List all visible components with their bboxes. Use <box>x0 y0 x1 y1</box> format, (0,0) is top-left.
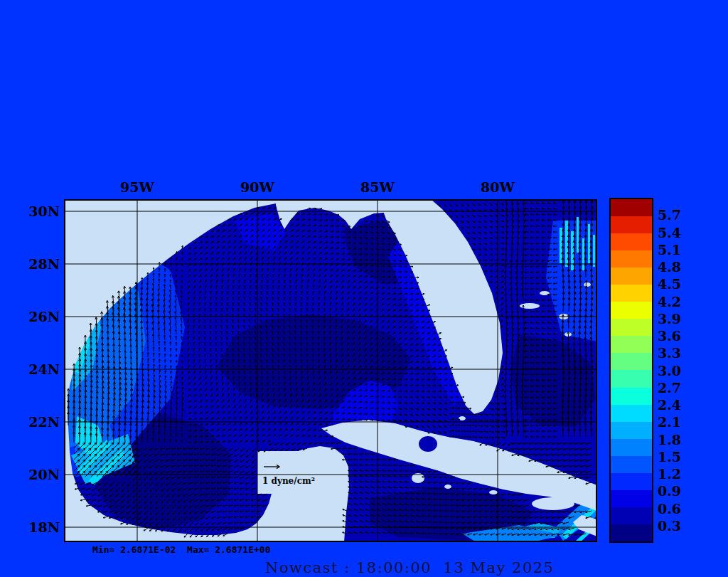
colorbar-segment <box>611 285 652 302</box>
island <box>489 490 498 494</box>
colorbar-tick-label: 1.5 <box>658 449 681 465</box>
nowcast-map-figure: 95W90W85W80W 30N28N26N24N22N20N18N 1 dyn… <box>0 0 728 577</box>
colorbar-segment <box>611 353 652 370</box>
y-tick-label: 24N <box>23 361 60 377</box>
colorbar-segment <box>611 370 652 387</box>
colorbar-segment <box>611 524 652 541</box>
map-plot-area: 1 dyne/cm² <box>64 199 597 542</box>
y-tick-label: 30N <box>23 203 60 219</box>
colorbar <box>609 198 653 543</box>
colorbar-segment <box>611 250 652 268</box>
plot-title: Nowcast : 18:00:00 13 May 2025 <box>265 559 554 576</box>
y-tick-label: 20N <box>23 467 60 482</box>
colorbar-segment <box>611 268 652 285</box>
x-tick-label: 90W <box>240 179 274 195</box>
colorbar-tick-label: 4.2 <box>658 294 681 309</box>
stress-shade-streak <box>565 221 568 267</box>
island <box>444 485 451 489</box>
vector-key-label: 1 dyne/cm² <box>262 476 315 486</box>
colorbar-tick-label: 3.0 <box>658 363 681 379</box>
minmax-stats: Min= 2.6871E-02 Max= 2.6871E+00 <box>92 544 270 555</box>
colorbar-tick-label: 0.9 <box>658 483 681 499</box>
colorbar-segment <box>611 302 652 319</box>
stress-shade-streak <box>593 235 595 267</box>
colorbar-tick-label: 2.7 <box>658 380 681 396</box>
colorbar-tick-label: 5.1 <box>658 242 681 258</box>
island <box>532 497 574 510</box>
colorbar-segment <box>611 319 652 336</box>
colorbar-segment <box>611 507 652 524</box>
x-tick-label: 80W <box>481 179 515 195</box>
colorbar-segment <box>611 336 652 353</box>
y-tick-label: 22N <box>23 414 60 430</box>
colorbar-segment <box>611 405 652 422</box>
colorbar-tick-label: 1.8 <box>658 432 681 448</box>
colorbar-segment <box>611 388 652 405</box>
colorbar-tick-label: 3.6 <box>658 328 681 344</box>
stress-shade-streak <box>577 217 579 253</box>
land-mass <box>257 451 326 494</box>
colorbar-tick-label: 4.5 <box>658 276 681 292</box>
stress-shade-streak <box>560 228 562 263</box>
stress-shade-streak <box>582 238 584 270</box>
x-tick-label: 85W <box>360 179 395 195</box>
x-tick-label: 95W <box>120 179 154 195</box>
colorbar-tick-label: 0.6 <box>658 501 681 517</box>
colorbar-tick-label: 3.3 <box>658 345 681 361</box>
colorbar-tick-label: 1.2 <box>658 466 681 482</box>
colorbar-segment <box>611 456 652 473</box>
vector-field-map: 1 dyne/cm² <box>64 199 597 542</box>
colorbar-tick-label: 5.4 <box>658 225 681 240</box>
colorbar-tick-label: 2.4 <box>658 397 681 413</box>
colorbar-segment <box>611 473 652 490</box>
colorbar-segment <box>611 439 652 456</box>
y-tick-label: 26N <box>23 309 60 324</box>
colorbar-segment <box>611 233 652 250</box>
y-tick-label: 18N <box>23 519 60 535</box>
colorbar-segment <box>611 422 652 439</box>
colorbar-segment <box>611 490 652 507</box>
colorbar-tick-label: 4.8 <box>658 259 681 275</box>
y-tick-label: 28N <box>23 256 60 272</box>
colorbar-segment <box>611 199 652 216</box>
colorbar-segment <box>611 216 652 233</box>
colorbar-tick-label: 0.3 <box>658 518 681 534</box>
stress-shade-streak <box>588 224 590 263</box>
island <box>584 282 591 287</box>
colorbar-tick-label: 5.7 <box>658 207 681 223</box>
coastal-bay <box>419 436 437 452</box>
colorbar-tick-label: 3.9 <box>658 311 681 327</box>
colorbar-tick-label: 2.1 <box>658 414 681 430</box>
